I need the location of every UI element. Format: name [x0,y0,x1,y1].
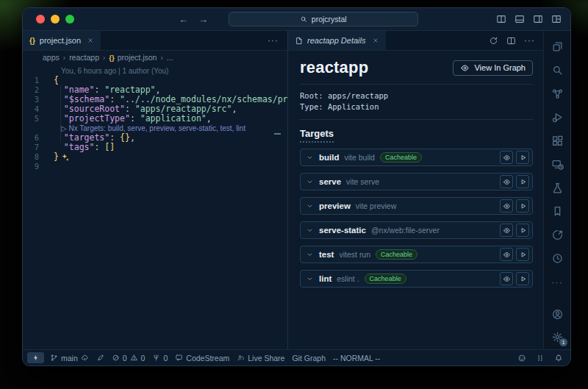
run-target-button[interactable] [516,224,529,237]
divider-line [300,119,533,120]
activity-timeline[interactable] [551,251,564,265]
view-target-button[interactable] [500,272,513,285]
view-target-button[interactable] [500,175,513,188]
activity-additional-views[interactable]: ··· [551,275,564,288]
view-target-button[interactable] [500,151,513,164]
layout-grid-icon [551,14,562,24]
run-target-button[interactable] [516,175,529,188]
sparkle-icon[interactable] [61,153,70,162]
toggle-secondary-sidebar[interactable] [533,14,543,24]
activity-run-and-debug[interactable] [551,110,564,124]
run-target-button[interactable] [516,151,529,164]
refresh-action[interactable] [489,36,498,46]
play-icon [519,226,527,235]
file-icon [295,37,303,45]
breadcrumb-item[interactable]: ... [167,53,173,62]
chevron-down-icon [306,178,314,186]
gitlens-icon [551,229,564,241]
extensions-icon [551,135,564,147]
breadcrumb-item[interactable]: {}project.json [109,53,157,62]
customize-layout[interactable] [551,14,562,24]
target-row-build[interactable]: build vite build Cacheable [300,149,533,166]
activity-accounts[interactable] [551,307,564,321]
chevron-down-icon[interactable] [306,154,314,162]
view-target-button[interactable] [500,248,513,261]
status-git-branch[interactable]: main [46,350,93,365]
status-git-graph[interactable]: Git Graph [288,350,329,365]
editor-group-left: {} project.json ··· apps›reactapp›{}proj… [23,31,287,349]
close-window-button[interactable] [36,15,45,24]
status-problems[interactable]: 00 [108,350,149,365]
target-row-test[interactable]: test vitest run Cacheable [300,246,533,263]
breadcrumb-item[interactable]: apps [43,53,60,62]
line-number: 6 [23,133,54,143]
activity-testing[interactable] [551,181,564,194]
status-formatter-status[interactable] [536,354,545,363]
status-format-tool[interactable] [93,350,108,365]
forward-icon[interactable]: → [198,14,208,25]
view-target-button[interactable] [500,224,513,237]
toggle-primary-sidebar[interactable] [496,14,506,24]
activity-search[interactable] [551,63,564,76]
split-editor-action[interactable] [506,36,516,46]
play-icon [519,154,527,162]
status-codestream[interactable]: CodeStream [171,350,233,365]
activity-extensions[interactable] [551,134,564,147]
breadcrumb[interactable]: apps›reactapp›{}project.json›... [23,51,287,64]
editor-group-right: reactapp Details ··· reactapp View In Gr… [288,31,543,349]
target-row-serve[interactable]: serve vite serve [300,173,533,190]
target-row-serve-static[interactable]: serve-static @nx/web:file-server [300,221,533,239]
title-bar: ← → projcrystal [23,8,570,31]
chevron-down-icon[interactable] [306,202,314,210]
status-live-share[interactable]: Live Share [233,350,288,365]
back-icon[interactable]: ← [179,14,188,25]
run-target-button[interactable] [516,272,529,285]
codestream-icon [175,354,183,362]
activity-nx-graph[interactable] [551,87,564,100]
activity-remote-explorer[interactable] [551,157,564,171]
status-fork-count[interactable]: 0 [148,350,171,365]
code-editor[interactable]: You, 6 hours ago | 1 author (You)1{2 "na… [23,64,287,349]
status-vim-mode[interactable]: -- NORMAL -- [329,350,384,365]
view-target-button[interactable] [500,199,513,213]
project-details-view: reactapp View In Graph Root: apps/reacta… [288,51,543,349]
tab-project-json[interactable]: {} project.json [23,31,101,50]
target-name: build [319,153,339,162]
chevron-down-icon[interactable] [306,178,314,186]
run-target-button[interactable] [516,248,529,261]
tab-overflow-more[interactable]: ··· [268,35,287,46]
target-row-preview[interactable]: preview vite preview [300,197,533,215]
targets-heading: Targets [300,128,533,139]
status-remote-indicator[interactable] [27,352,44,363]
zoom-window-button[interactable] [65,15,74,24]
command-center-search[interactable]: projcrystal [229,12,418,26]
overview-ruler-mark [274,133,281,135]
activity-settings[interactable]: 1 [551,330,564,343]
activity-bookmarks[interactable] [551,204,564,218]
window-controls [36,15,74,24]
view-in-graph-button[interactable]: View In Graph [453,60,533,76]
more-actions[interactable]: ··· [524,35,535,46]
breadcrumb-item[interactable]: reactapp [69,53,99,62]
activity-gitlens[interactable] [551,228,564,241]
chevron-down-icon[interactable] [306,226,314,235]
line-number: 2 [23,85,54,95]
minimize-window-button[interactable] [51,15,60,24]
target-command: vitest run [339,250,370,259]
run-debug-icon [551,111,564,124]
target-command: eslint . [337,274,359,283]
status-feedback[interactable] [517,354,526,363]
activity-explorer[interactable] [551,40,564,53]
close-tab-icon[interactable] [372,37,379,44]
git-blame-codelens[interactable]: You, 6 hours ago | 1 author (You) [23,66,287,76]
target-row-lint[interactable]: lint eslint . Cacheable [300,270,533,288]
tab-reactapp-details[interactable]: reactapp Details [288,31,386,50]
refresh-icon [489,36,498,46]
close-tab-icon[interactable] [87,37,94,44]
run-target-button[interactable] [516,199,529,213]
chevron-down-icon[interactable] [306,251,314,259]
workbench: {} project.json ··· apps›reactapp›{}proj… [23,31,570,349]
toggle-panel[interactable] [514,14,525,24]
status-notifications[interactable] [554,354,563,363]
chevron-down-icon[interactable] [306,275,314,283]
